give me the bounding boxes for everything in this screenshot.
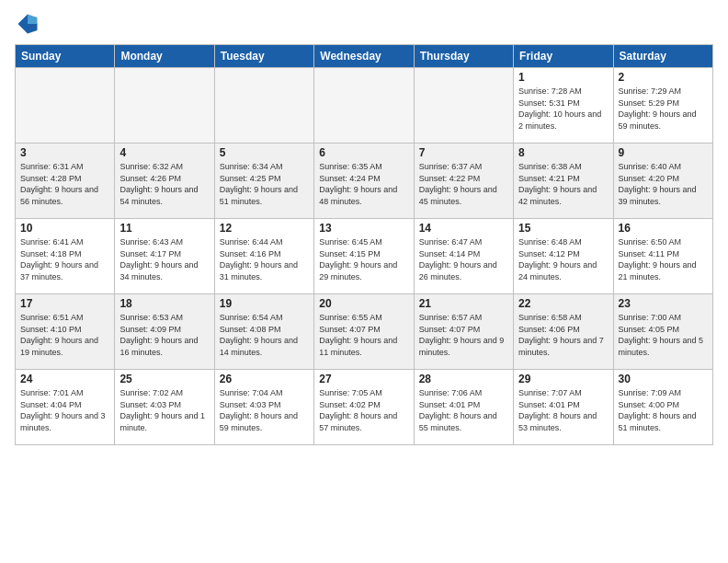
page-header xyxy=(15,11,713,37)
day-info: Sunrise: 6:45 AMSunset: 4:15 PMDaylight:… xyxy=(319,236,408,282)
calendar-cell: 20Sunrise: 6:55 AMSunset: 4:07 PMDayligh… xyxy=(314,294,414,370)
day-number: 13 xyxy=(319,222,408,235)
day-info: Sunrise: 6:50 AMSunset: 4:11 PMDaylight:… xyxy=(619,236,708,282)
day-number: 9 xyxy=(619,146,708,159)
day-info: Sunrise: 6:44 AMSunset: 4:16 PMDaylight:… xyxy=(220,236,309,282)
day-number: 4 xyxy=(119,146,209,159)
calendar-cell: 7Sunrise: 6:37 AMSunset: 4:22 PMDaylight… xyxy=(414,144,513,219)
calendar-day-header: Saturday xyxy=(613,45,712,68)
day-info: Sunrise: 7:01 AMSunset: 4:04 PMDaylight:… xyxy=(20,387,109,433)
day-number: 2 xyxy=(619,71,708,84)
day-number: 5 xyxy=(220,146,309,159)
day-info: Sunrise: 6:32 AMSunset: 4:26 PMDaylight:… xyxy=(119,161,209,207)
day-info: Sunrise: 7:05 AMSunset: 4:02 PMDaylight:… xyxy=(319,387,408,433)
calendar-cell: 24Sunrise: 7:01 AMSunset: 4:04 PMDayligh… xyxy=(16,370,115,445)
day-number: 27 xyxy=(319,373,408,385)
day-number: 17 xyxy=(20,297,109,310)
calendar-cell: 4Sunrise: 6:32 AMSunset: 4:26 PMDaylight… xyxy=(115,144,214,219)
calendar-cell: 23Sunrise: 7:00 AMSunset: 4:05 PMDayligh… xyxy=(613,294,712,370)
calendar-cell: 22Sunrise: 6:58 AMSunset: 4:06 PMDayligh… xyxy=(514,294,613,370)
calendar-cell: 2Sunrise: 7:29 AMSunset: 5:29 PMDaylight… xyxy=(613,68,712,144)
calendar-cell: 3Sunrise: 6:31 AMSunset: 4:28 PMDaylight… xyxy=(16,144,115,219)
calendar-cell: 11Sunrise: 6:43 AMSunset: 4:17 PMDayligh… xyxy=(115,219,214,294)
day-info: Sunrise: 6:47 AMSunset: 4:14 PMDaylight:… xyxy=(419,236,508,282)
day-info: Sunrise: 6:31 AMSunset: 4:28 PMDaylight:… xyxy=(20,161,109,207)
calendar-cell: 27Sunrise: 7:05 AMSunset: 4:02 PMDayligh… xyxy=(314,370,414,445)
day-info: Sunrise: 7:07 AMSunset: 4:01 PMDaylight:… xyxy=(518,387,608,433)
day-number: 30 xyxy=(619,373,708,385)
calendar-cell: 17Sunrise: 6:51 AMSunset: 4:10 PMDayligh… xyxy=(16,294,115,370)
day-number: 19 xyxy=(220,297,309,310)
day-info: Sunrise: 6:51 AMSunset: 4:10 PMDaylight:… xyxy=(20,312,109,358)
day-number: 22 xyxy=(518,297,608,310)
calendar-cell: 21Sunrise: 6:57 AMSunset: 4:07 PMDayligh… xyxy=(414,294,513,370)
day-info: Sunrise: 6:38 AMSunset: 4:21 PMDaylight:… xyxy=(518,161,608,207)
day-info: Sunrise: 6:58 AMSunset: 4:06 PMDaylight:… xyxy=(518,312,608,358)
day-number: 24 xyxy=(20,373,109,385)
logo xyxy=(15,11,44,37)
calendar-table: SundayMondayTuesdayWednesdayThursdayFrid… xyxy=(15,44,713,445)
day-info: Sunrise: 7:29 AMSunset: 5:29 PMDaylight:… xyxy=(619,86,708,132)
day-number: 20 xyxy=(319,297,408,310)
page-container: SundayMondayTuesdayWednesdayThursdayFrid… xyxy=(0,0,728,563)
day-number: 26 xyxy=(220,373,309,385)
day-info: Sunrise: 7:04 AMSunset: 4:03 PMDaylight:… xyxy=(220,387,309,433)
calendar-day-header: Friday xyxy=(514,45,613,68)
day-number: 7 xyxy=(419,146,508,159)
svg-marker-1 xyxy=(28,15,38,25)
calendar-day-header: Wednesday xyxy=(314,45,414,68)
day-number: 14 xyxy=(419,222,508,235)
calendar-week-row: 17Sunrise: 6:51 AMSunset: 4:10 PMDayligh… xyxy=(16,294,713,370)
calendar-cell xyxy=(414,68,513,144)
day-number: 18 xyxy=(119,297,209,310)
day-info: Sunrise: 7:28 AMSunset: 5:31 PMDaylight:… xyxy=(518,86,608,132)
calendar-day-header: Sunday xyxy=(16,45,115,68)
calendar-week-row: 10Sunrise: 6:41 AMSunset: 4:18 PMDayligh… xyxy=(16,219,713,294)
calendar-cell: 12Sunrise: 6:44 AMSunset: 4:16 PMDayligh… xyxy=(214,219,313,294)
day-info: Sunrise: 6:43 AMSunset: 4:17 PMDaylight:… xyxy=(119,236,209,282)
day-number: 28 xyxy=(419,373,508,385)
day-number: 3 xyxy=(20,146,109,159)
day-info: Sunrise: 6:41 AMSunset: 4:18 PMDaylight:… xyxy=(20,236,109,282)
calendar-cell: 16Sunrise: 6:50 AMSunset: 4:11 PMDayligh… xyxy=(613,219,712,294)
day-number: 1 xyxy=(518,71,608,84)
day-number: 11 xyxy=(119,222,209,235)
calendar-cell: 9Sunrise: 6:40 AMSunset: 4:20 PMDaylight… xyxy=(613,144,712,219)
calendar-cell: 19Sunrise: 6:54 AMSunset: 4:08 PMDayligh… xyxy=(214,294,313,370)
day-info: Sunrise: 7:09 AMSunset: 4:00 PMDaylight:… xyxy=(619,387,708,433)
day-number: 10 xyxy=(20,222,109,235)
day-info: Sunrise: 6:57 AMSunset: 4:07 PMDaylight:… xyxy=(419,312,508,358)
calendar-cell: 8Sunrise: 6:38 AMSunset: 4:21 PMDaylight… xyxy=(514,144,613,219)
calendar-cell: 1Sunrise: 7:28 AMSunset: 5:31 PMDaylight… xyxy=(514,68,613,144)
calendar-cell: 15Sunrise: 6:48 AMSunset: 4:12 PMDayligh… xyxy=(514,219,613,294)
calendar-cell xyxy=(214,68,313,144)
day-info: Sunrise: 6:37 AMSunset: 4:22 PMDaylight:… xyxy=(419,161,508,207)
calendar-week-row: 1Sunrise: 7:28 AMSunset: 5:31 PMDaylight… xyxy=(16,68,713,144)
day-info: Sunrise: 6:48 AMSunset: 4:12 PMDaylight:… xyxy=(518,236,608,282)
day-number: 25 xyxy=(119,373,209,385)
svg-marker-2 xyxy=(28,24,38,34)
logo-icon xyxy=(15,11,40,37)
calendar-cell: 13Sunrise: 6:45 AMSunset: 4:15 PMDayligh… xyxy=(314,219,414,294)
calendar-cell: 28Sunrise: 7:06 AMSunset: 4:01 PMDayligh… xyxy=(414,370,513,445)
calendar-week-row: 24Sunrise: 7:01 AMSunset: 4:04 PMDayligh… xyxy=(16,370,713,445)
day-number: 29 xyxy=(518,373,608,385)
day-info: Sunrise: 7:02 AMSunset: 4:03 PMDaylight:… xyxy=(119,387,209,433)
day-info: Sunrise: 6:55 AMSunset: 4:07 PMDaylight:… xyxy=(319,312,408,358)
day-info: Sunrise: 6:54 AMSunset: 4:08 PMDaylight:… xyxy=(220,312,309,358)
calendar-cell: 14Sunrise: 6:47 AMSunset: 4:14 PMDayligh… xyxy=(414,219,513,294)
calendar-cell: 26Sunrise: 7:04 AMSunset: 4:03 PMDayligh… xyxy=(214,370,313,445)
calendar-day-header: Monday xyxy=(115,45,214,68)
calendar-cell xyxy=(314,68,414,144)
calendar-day-header: Thursday xyxy=(414,45,513,68)
day-number: 23 xyxy=(619,297,708,310)
calendar-cell: 25Sunrise: 7:02 AMSunset: 4:03 PMDayligh… xyxy=(115,370,214,445)
day-number: 12 xyxy=(220,222,309,235)
day-number: 6 xyxy=(319,146,408,159)
calendar-cell: 30Sunrise: 7:09 AMSunset: 4:00 PMDayligh… xyxy=(613,370,712,445)
calendar-cell xyxy=(16,68,115,144)
calendar-cell xyxy=(115,68,214,144)
calendar-day-header: Tuesday xyxy=(214,45,313,68)
calendar-cell: 29Sunrise: 7:07 AMSunset: 4:01 PMDayligh… xyxy=(514,370,613,445)
calendar-cell: 6Sunrise: 6:35 AMSunset: 4:24 PMDaylight… xyxy=(314,144,414,219)
